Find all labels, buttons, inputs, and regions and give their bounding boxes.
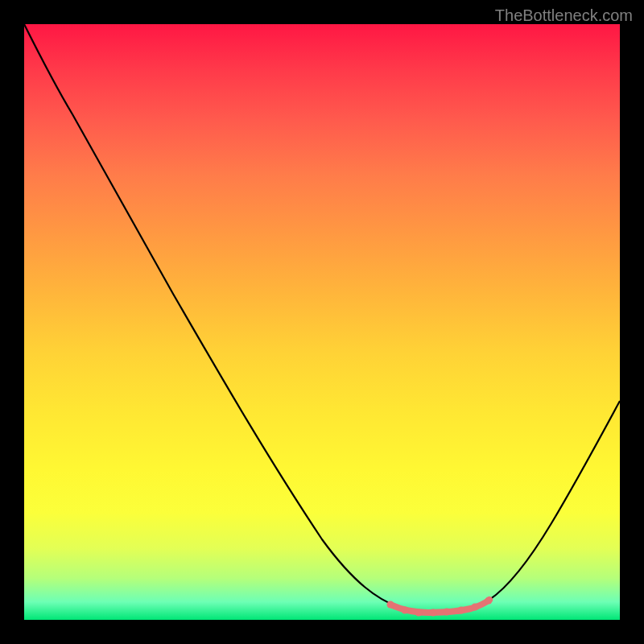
marker-dot [402, 607, 409, 614]
marker-dot [387, 601, 394, 609]
marker-dot [430, 609, 437, 617]
bottleneck-curve-path [24, 24, 620, 612]
marker-dot [485, 597, 493, 605]
curve-svg [24, 24, 620, 620]
marker-dot [458, 607, 465, 614]
plot-area [24, 24, 620, 620]
optimal-region-group [387, 597, 493, 617]
marker-dot [444, 609, 451, 616]
marker-dot [472, 604, 479, 611]
chart-container: TheBottleneck.com [0, 0, 644, 644]
watermark-text: TheBottleneck.com [495, 6, 633, 25]
marker-dot [415, 609, 423, 617]
